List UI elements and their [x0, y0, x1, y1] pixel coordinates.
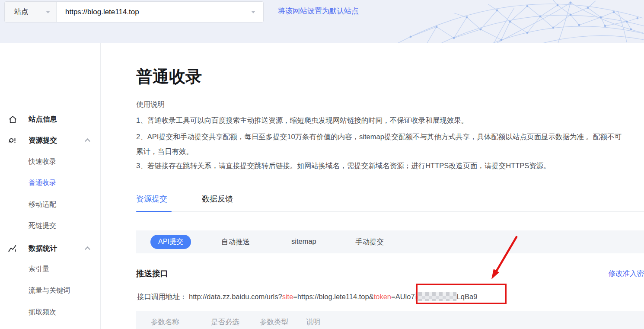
sidebar-item-resource-submit[interactable]: 资源提交 — [0, 134, 101, 147]
subtab-manual-submit[interactable]: 手动提交 — [355, 237, 384, 247]
usage-line-2: 2、API提交和手动提交共享配额，每日至多提交10万条有价值的内容，sitema… — [136, 132, 622, 142]
api-param-token: token — [374, 293, 391, 300]
push-api-title: 推送接口 — [136, 268, 168, 279]
sidebar-item-label: 数据统计 — [29, 244, 57, 253]
site-url-dropdown[interactable]: https://blog.lete114.top — [57, 2, 263, 22]
sidebar: 站点信息 资源提交 快速收录 普通收录 移动适配 死链提交 — [0, 43, 101, 329]
sidebar-item-quick-inclusion[interactable]: 快速收录 — [0, 156, 101, 168]
sidebar-item-label: 资源提交 — [29, 136, 57, 145]
wireframe-globe-decoration — [385, 0, 644, 43]
sidebar-item-label: 死链提交 — [29, 221, 56, 230]
sidebar-item-traffic-keywords[interactable]: 流量与关键词 — [0, 284, 101, 297]
topbar: 站点 https://blog.lete114.top 将该网站设置为默认站点 — [0, 0, 644, 43]
api-param-site: site — [282, 293, 293, 300]
site-selector[interactable]: 站点 — [5, 2, 57, 22]
usage-line-2-wrap: 累计，当日有效。 — [136, 147, 193, 157]
page: 站点 https://blog.lete114.top 将该网站设置为默认站点 … — [0, 0, 644, 329]
sidebar-item-dead-link-submit[interactable]: 死链提交 — [0, 220, 101, 232]
site-url-value: https://blog.lete114.top — [65, 8, 251, 16]
modify-access-key-link[interactable]: 修改准入密 — [609, 269, 644, 278]
sub-tab-bar: API提交 自动推送 sitemap 手动提交 — [136, 230, 644, 253]
page-title: 普通收录 — [136, 66, 202, 88]
red-arrow-annotation — [486, 233, 523, 282]
tab-data-feedback[interactable]: 数据反馈 — [202, 194, 233, 204]
sidebar-item-index-volume[interactable]: 索引量 — [0, 263, 101, 275]
usage-line-1: 1、普通收录工具可以向百度搜索主动推送资源，缩短爬虫发现网站链接的时间，不保证收… — [136, 116, 468, 125]
api-url-part1: http://data.zz.baidu.com/urls? — [189, 293, 282, 300]
parameter-table-header: 参数名称 是否必选 参数类型 说明 — [136, 311, 644, 329]
col-description: 说明 — [306, 317, 320, 327]
sidebar-item-label: 普通收录 — [29, 179, 56, 188]
sidebar-item-label: 站点信息 — [29, 115, 57, 124]
chevron-down-icon — [46, 11, 50, 13]
main-content: 普通收录 使用说明 1、普通收录工具可以向百度搜索主动推送资源，缩短爬虫发现网站… — [136, 43, 644, 329]
sidebar-item-data-statistics[interactable]: 数据统计 — [0, 243, 101, 255]
sidebar-item-label: 抓取频次 — [29, 308, 56, 317]
tab-bar: 资源提交 数据反馈 — [136, 193, 644, 212]
chevron-down-icon — [251, 11, 255, 13]
subtab-api-submit[interactable]: API提交 — [150, 235, 191, 249]
token-highlight-box — [416, 284, 507, 304]
chart-icon — [8, 244, 17, 253]
chevron-up-icon[interactable] — [85, 138, 90, 144]
sidebar-item-crawl-frequency[interactable]: 抓取频次 — [0, 306, 101, 318]
home-icon — [8, 115, 17, 124]
sidebar-item-normal-inclusion[interactable]: 普通收录 — [0, 177, 101, 189]
site-selector-label: 站点 — [14, 7, 46, 16]
sidebar-item-label: 流量与关键词 — [29, 286, 70, 295]
site-selector-group: 站点 https://blog.lete114.top — [4, 1, 264, 22]
col-param-type: 参数类型 — [260, 317, 288, 327]
sidebar-item-label: 快速收录 — [29, 157, 56, 166]
sidebar-item-mobile-adaptation[interactable]: 移动适配 — [0, 198, 101, 211]
api-address-label: 接口调用地址： — [137, 293, 187, 300]
sidebar-item-site-info[interactable]: 站点信息 — [0, 113, 101, 125]
set-default-site-link[interactable]: 将该网站设置为默认站点 — [278, 6, 359, 16]
api-token-prefix: =AUlo7 — [391, 293, 415, 300]
usage-heading: 使用说明 — [136, 100, 165, 109]
tab-resource-submit[interactable]: 资源提交 — [136, 194, 167, 204]
chevron-up-icon[interactable] — [85, 246, 90, 252]
col-required: 是否必选 — [211, 317, 239, 327]
api-url-part2: =https://blog.lete114.top& — [293, 293, 373, 300]
active-tab-underline — [136, 211, 172, 212]
push-api-header: 推送接口 修改准入密 — [136, 268, 644, 279]
resource-submit-icon — [8, 136, 17, 145]
usage-line-3: 3、若链接存在跳转关系，请直接提交跳转后链接。如网站换域名，需提交新域名资源；进… — [136, 161, 551, 171]
col-param-name: 参数名称 — [151, 317, 179, 327]
sidebar-item-label: 移动适配 — [29, 200, 56, 209]
sidebar-item-label: 索引量 — [29, 265, 49, 274]
subtab-sitemap[interactable]: sitemap — [291, 237, 316, 246]
subtab-auto-push[interactable]: 自动推送 — [221, 237, 250, 247]
